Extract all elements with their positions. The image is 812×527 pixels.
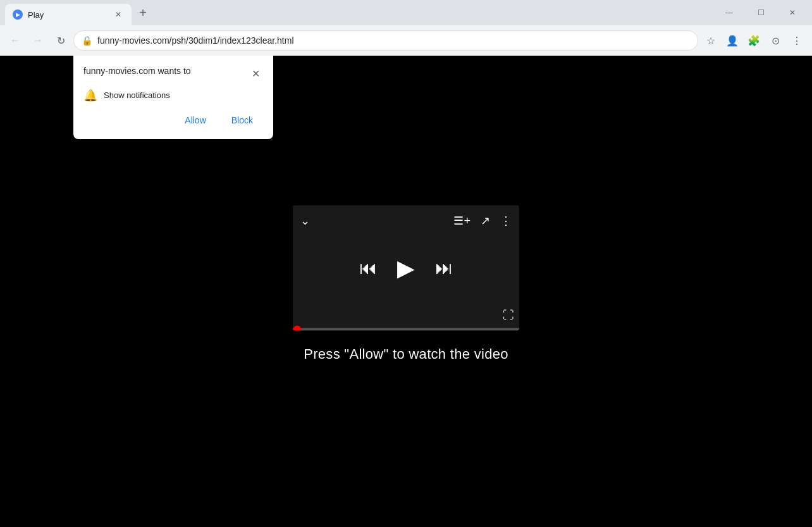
progress-bar-container[interactable]: [293, 328, 519, 330]
refresh-button[interactable]: ↻: [51, 30, 71, 51]
window-controls: — ☐ ✕: [715, 0, 812, 25]
title-bar: ▶ Play ✕ + — ☐ ✕: [0, 0, 812, 25]
video-bottom: ⛶: [293, 300, 519, 330]
popup-header: funny-movies.com wants to ✕: [83, 66, 263, 81]
browser-window: ▶ Play ✕ + — ☐ ✕ ← →: [0, 0, 812, 527]
active-tab[interactable]: ▶ Play ✕: [5, 4, 132, 25]
forward-button[interactable]: →: [28, 30, 48, 51]
queue-icon[interactable]: ☰+: [453, 213, 471, 227]
popup-notification-item: 🔔 Show notifications: [83, 89, 263, 101]
caption-text: Press "Allow" to watch the video: [304, 345, 508, 362]
profile-button[interactable]: 👤: [722, 30, 742, 51]
share-icon[interactable]: ↗: [481, 213, 490, 227]
lock-icon: 🔒: [82, 35, 92, 46]
progress-dot: [293, 325, 301, 330]
progress-bar: [293, 328, 297, 330]
tab-title: Play: [28, 10, 108, 20]
collapse-icon[interactable]: ⌄: [300, 213, 310, 227]
account-button[interactable]: ⊙: [765, 30, 785, 51]
block-button[interactable]: Block: [221, 111, 263, 129]
video-controls: ⏮ ▶ ⏭: [359, 254, 453, 281]
menu-button[interactable]: ⋮: [787, 30, 807, 51]
close-button[interactable]: ✕: [778, 0, 807, 25]
fullscreen-button[interactable]: ⛶: [503, 309, 514, 322]
next-button[interactable]: ⏭: [435, 257, 453, 278]
video-topbar-left: ⌄: [300, 213, 310, 227]
new-tab-button[interactable]: +: [134, 4, 152, 22]
play-button[interactable]: ▶: [397, 254, 415, 281]
back-button[interactable]: ←: [5, 30, 25, 51]
popup-item-text: Show notifications: [104, 90, 170, 100]
extensions-button[interactable]: 🧩: [744, 30, 764, 51]
tab-strip: ▶ Play ✕ +: [0, 0, 715, 25]
address-bar: ← → ↻ 🔒 funny-movies.com/psh/30dim1/inde…: [0, 25, 812, 56]
more-icon[interactable]: ⋮: [500, 213, 512, 227]
allow-button[interactable]: Allow: [175, 111, 216, 129]
prev-button[interactable]: ⏮: [359, 257, 377, 278]
video-topbar: ⌄ ☰+ ↗ ⋮: [293, 205, 519, 235]
toolbar-icons: ☆ 👤 🧩 ⊙ ⋮: [701, 30, 807, 51]
bell-icon: 🔔: [83, 89, 96, 101]
popup-title: funny-movies.com wants to: [83, 66, 191, 76]
video-topbar-right: ☰+ ↗ ⋮: [453, 213, 512, 227]
url-bar[interactable]: 🔒 funny-movies.com/psh/30dim1/index123cl…: [73, 30, 698, 51]
popup-buttons: Allow Block: [83, 111, 263, 129]
video-player: ⌄ ☰+ ↗ ⋮ ⏮ ▶ ⏭ ⛶: [293, 205, 519, 330]
tab-close-button[interactable]: ✕: [113, 9, 124, 20]
popup-close-button[interactable]: ✕: [248, 66, 263, 81]
page-content: funny-movies.com wants to ✕ 🔔 Show notif…: [0, 56, 812, 527]
tab-favicon: ▶: [13, 9, 23, 20]
video-section: ⌄ ☰+ ↗ ⋮ ⏮ ▶ ⏭ ⛶: [293, 205, 519, 362]
star-button[interactable]: ☆: [701, 30, 721, 51]
maximize-button[interactable]: ☐: [746, 0, 775, 25]
url-text: funny-movies.com/psh/30dim1/index123clea…: [97, 35, 690, 46]
minimize-button[interactable]: —: [715, 0, 744, 25]
notification-popup: funny-movies.com wants to ✕ 🔔 Show notif…: [73, 56, 273, 139]
